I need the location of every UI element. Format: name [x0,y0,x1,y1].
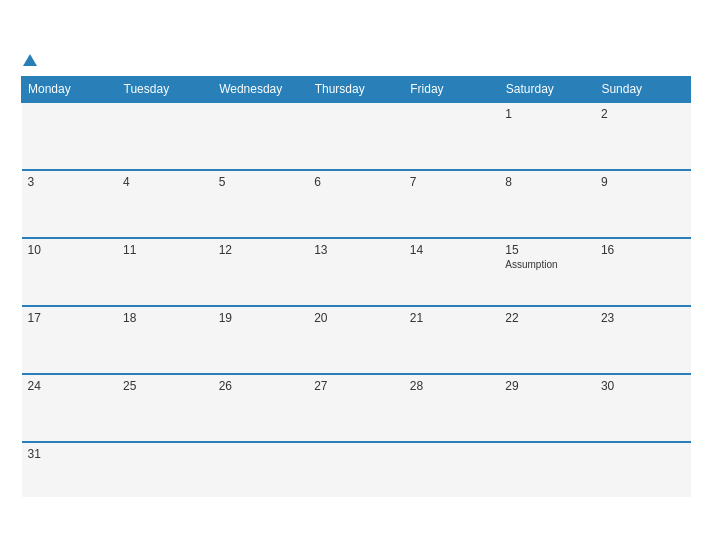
calendar-cell: 22 [499,306,595,374]
weekday-header-saturday: Saturday [499,76,595,102]
calendar-cell: 14 [404,238,500,306]
day-number: 10 [28,243,112,257]
logo [21,54,37,68]
calendar-cell: 31 [22,442,118,497]
day-number: 5 [219,175,303,189]
day-number: 15 [505,243,589,257]
day-number: 4 [123,175,207,189]
day-number: 27 [314,379,398,393]
week-row-3: 101112131415Assumption16 [22,238,691,306]
calendar-cell: 20 [308,306,404,374]
weekday-header-row: MondayTuesdayWednesdayThursdayFridaySatu… [22,76,691,102]
calendar-cell: 3 [22,170,118,238]
day-number: 28 [410,379,494,393]
calendar-cell [595,442,691,497]
calendar-cell: 21 [404,306,500,374]
logo-triangle-icon [23,54,37,66]
calendar-cell: 10 [22,238,118,306]
day-number: 7 [410,175,494,189]
day-number: 21 [410,311,494,325]
calendar-cell: 30 [595,374,691,442]
calendar-cell [404,102,500,170]
calendar-cell: 11 [117,238,213,306]
calendar-cell: 5 [213,170,309,238]
day-number: 20 [314,311,398,325]
day-number: 24 [28,379,112,393]
day-number: 18 [123,311,207,325]
day-number: 26 [219,379,303,393]
calendar-cell: 23 [595,306,691,374]
calendar-cell: 12 [213,238,309,306]
day-number: 31 [28,447,112,461]
day-number: 8 [505,175,589,189]
calendar-cell: 16 [595,238,691,306]
calendar-cell: 27 [308,374,404,442]
weekday-header-friday: Friday [404,76,500,102]
calendar-cell: 24 [22,374,118,442]
day-event: Assumption [505,259,589,270]
calendar-cell: 9 [595,170,691,238]
calendar-cell: 26 [213,374,309,442]
weekday-header-sunday: Sunday [595,76,691,102]
calendar-header [21,54,691,68]
day-number: 25 [123,379,207,393]
day-number: 6 [314,175,398,189]
calendar-cell [499,442,595,497]
day-number: 9 [601,175,685,189]
calendar-cell [404,442,500,497]
day-number: 29 [505,379,589,393]
day-number: 30 [601,379,685,393]
weekday-header-wednesday: Wednesday [213,76,309,102]
calendar-cell [22,102,118,170]
day-number: 13 [314,243,398,257]
calendar-cell: 25 [117,374,213,442]
calendar-container: MondayTuesdayWednesdayThursdayFridaySatu… [11,44,701,507]
calendar-cell [117,442,213,497]
week-row-2: 3456789 [22,170,691,238]
calendar-cell: 8 [499,170,595,238]
weekday-header-thursday: Thursday [308,76,404,102]
day-number: 16 [601,243,685,257]
calendar-cell [117,102,213,170]
calendar-cell: 29 [499,374,595,442]
day-number: 2 [601,107,685,121]
week-row-1: 12 [22,102,691,170]
week-row-4: 17181920212223 [22,306,691,374]
calendar-cell [213,442,309,497]
day-number: 17 [28,311,112,325]
day-number: 19 [219,311,303,325]
calendar-cell: 28 [404,374,500,442]
calendar-cell: 7 [404,170,500,238]
calendar-cell: 15Assumption [499,238,595,306]
calendar-cell: 1 [499,102,595,170]
calendar-cell: 4 [117,170,213,238]
calendar-cell: 17 [22,306,118,374]
calendar-cell: 6 [308,170,404,238]
week-row-5: 24252627282930 [22,374,691,442]
calendar-grid: MondayTuesdayWednesdayThursdayFridaySatu… [21,76,691,497]
day-number: 12 [219,243,303,257]
week-row-6: 31 [22,442,691,497]
calendar-cell: 2 [595,102,691,170]
calendar-cell: 18 [117,306,213,374]
weekday-header-tuesday: Tuesday [117,76,213,102]
day-number: 3 [28,175,112,189]
calendar-cell [308,442,404,497]
weekday-header-monday: Monday [22,76,118,102]
calendar-cell: 19 [213,306,309,374]
calendar-cell: 13 [308,238,404,306]
calendar-cell [213,102,309,170]
day-number: 14 [410,243,494,257]
day-number: 22 [505,311,589,325]
day-number: 23 [601,311,685,325]
day-number: 11 [123,243,207,257]
calendar-cell [308,102,404,170]
day-number: 1 [505,107,589,121]
